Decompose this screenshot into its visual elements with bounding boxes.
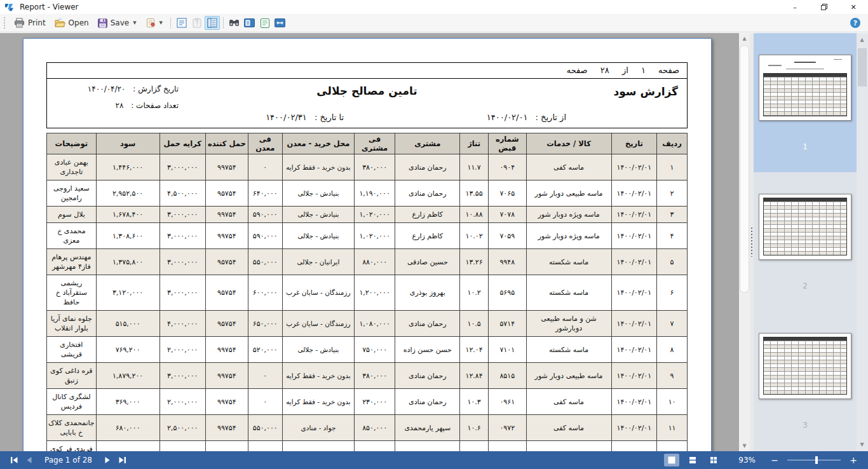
table-cell: ۹۹۷۵۴ [206, 154, 248, 180]
restore-button[interactable] [810, 0, 839, 14]
table-cell: ۳۸۰,۰۰۰ [354, 154, 395, 180]
table-cell: ۵۹۰,۰۰۰ [248, 223, 282, 249]
find-button[interactable] [227, 16, 242, 30]
table-cell: ۱,۱۹۰,۰۰۰ [354, 180, 395, 207]
table-cell: ۸۵۱۵ [489, 363, 526, 389]
close-button[interactable]: ✕ [839, 0, 868, 14]
table-cell: ۹۹۷۵۴ [206, 389, 248, 415]
page-width-icon [275, 18, 285, 27]
page-width-button[interactable] [273, 16, 288, 30]
page-number-header: صفحه ۱ از ۲۸ صفحه [46, 62, 688, 79]
bookmarks-panel-button[interactable] [242, 16, 257, 30]
table-cell: ۰ [248, 389, 282, 415]
column-header: توضیحات [47, 133, 97, 154]
column-header: تناژ [460, 133, 489, 154]
thumbnail-mini-table [763, 73, 848, 116]
table-cell: رزمندگان - سایان غرب [283, 311, 355, 337]
print-button[interactable]: Print [10, 16, 50, 30]
thumbnail-preview[interactable] [759, 333, 851, 399]
table-cell: ۹۹۷۵۴ [206, 363, 248, 389]
scroll-up-icon[interactable]: ▲ [857, 34, 867, 45]
save-button[interactable]: Save ▼ [93, 17, 141, 30]
zoom-slider-thumb[interactable] [815, 456, 818, 464]
table-cell: ۲ [657, 180, 688, 207]
open-button[interactable]: Open [50, 16, 93, 30]
table-cell: بدون خرید - فقط کرایه [283, 154, 355, 180]
table-cell: ماسه شکسته [526, 337, 611, 363]
toolbar-grip[interactable] [4, 17, 6, 29]
column-header: ردیف [657, 133, 688, 154]
table-cell: جلوه نمای آریا بلوار انقلاب [47, 311, 97, 337]
minimize-button[interactable]: – [780, 0, 810, 14]
thumbnails-scrollbar[interactable]: ▲ ▼ [857, 33, 868, 451]
parameters-button[interactable] [174, 16, 189, 30]
table-cell: حسن حسن زاده [395, 337, 460, 363]
toolbar-separator [170, 17, 171, 29]
app-logo-icon [4, 3, 14, 12]
table-cell: ۴,۵۰۰,۰۰۰ [159, 180, 206, 207]
table-cell: ۱۰.۸۸ [460, 207, 489, 223]
table-cell: ۸۵۰,۰۰۰ [354, 415, 395, 441]
table-cell: ۱۱ [657, 415, 688, 441]
table-cell: بدون خرید - فقط کرایه [283, 363, 355, 389]
thumbnail-number: 2 [803, 282, 808, 290]
table-cell: ۱۰.۲ [460, 275, 489, 311]
next-page-button[interactable] [100, 454, 115, 466]
last-page-button[interactable] [115, 454, 130, 466]
prev-page-icon [26, 456, 32, 464]
save-dropdown-caret-icon[interactable]: ▼ [133, 20, 136, 25]
title-bar: Report - Viewer – ✕ [0, 0, 868, 14]
thumbnail-number: 3 [803, 421, 808, 430]
table-cell: ۱۴۰۰/۰۲/۰۱ [611, 337, 657, 363]
column-header: حمل کننده [206, 133, 248, 154]
table-cell: ۷۱۰۱ [489, 337, 526, 363]
thumbnail-mini-table [763, 337, 848, 395]
table-cell: ۹۹۴۸ [489, 249, 526, 275]
table-cell: رحمان منادی [395, 180, 460, 207]
table-cell: ۰۹۷۲ [489, 415, 526, 441]
page-setup-caret-icon[interactable]: ▼ [159, 20, 163, 25]
table-cell: رحمان منادی [395, 154, 460, 180]
scroll-down-icon[interactable]: ▼ [857, 439, 867, 450]
first-page-button[interactable] [6, 454, 22, 466]
help-button[interactable]: ? [850, 18, 860, 28]
scroll-down-icon[interactable]: ▼ [739, 440, 750, 451]
table-cell: ۲,۵۰۰,۰۰۰ [159, 415, 206, 441]
view-single-page-button[interactable] [664, 454, 679, 466]
table-cell: ۷۶۹,۲۰۰ [96, 337, 159, 363]
table-cell: ۱۰.۳ [460, 389, 489, 415]
scroll-up-icon[interactable]: ▲ [739, 33, 750, 44]
zoom-out-button[interactable]: − [770, 455, 779, 465]
scrollbar-thumb[interactable] [858, 48, 867, 86]
table-cell: ۶ [657, 275, 688, 311]
report-page-content: صفحه ۱ از ۲۸ صفحه گزارش سود تامین مصالح … [46, 62, 688, 451]
document-vertical-scrollbar[interactable]: ▲ ▼ [739, 33, 750, 451]
table-cell: ۶۴۰,۰۰۰ [248, 180, 282, 207]
table-cell: ۱,۸۷۹,۲۰۰ [96, 363, 159, 389]
zoom-slider[interactable] [787, 459, 841, 461]
thumbnail-page-3[interactable]: 3 [754, 311, 857, 451]
table-cell: ۵۵۰,۰۰۰ [248, 415, 282, 441]
table-row: ۱۰۱۴۰۰/۰۲/۰۱ماسه کفی۰۹۶۱۱۰.۳رحمان منادی۲… [47, 389, 688, 415]
page-count-line: تعداد صفحات : ۲۸ [116, 101, 179, 110]
table-cell: مهندس پرهام فاز۴ مهرشهر [47, 249, 97, 275]
table-cell: ۹۵۷۵۴ [206, 275, 248, 311]
thumbnail-page-2[interactable]: 2 [754, 172, 857, 311]
status-bar: Page 1 of 28 [0, 451, 868, 469]
thumbnails-panel-button[interactable] [205, 16, 220, 30]
find-icon [229, 18, 240, 27]
scrollbar-thumb[interactable] [740, 45, 749, 293]
prev-page-button[interactable] [22, 454, 37, 466]
thumbnail-preview[interactable] [759, 194, 851, 260]
view-continuous-button[interactable] [685, 454, 700, 466]
table-cell: ۹۵۷۵۴ [206, 311, 248, 337]
page-setup-button[interactable]: ▼ [141, 16, 167, 30]
table-cell: ۷۵۰,۰۰۰ [354, 337, 395, 363]
zoom-in-button[interactable]: + [849, 455, 858, 465]
from-date-value: ۱۴۰۰/۰۲/۰۱ [487, 112, 528, 122]
thumbnail-preview[interactable] [759, 55, 851, 121]
table-cell: شن و ماسه طبیعی دوبارشور [526, 311, 611, 337]
thumbnail-page-1[interactable]: 1 [754, 33, 857, 172]
view-multiple-button[interactable] [706, 454, 721, 466]
single-page-view-button[interactable] [257, 16, 273, 30]
